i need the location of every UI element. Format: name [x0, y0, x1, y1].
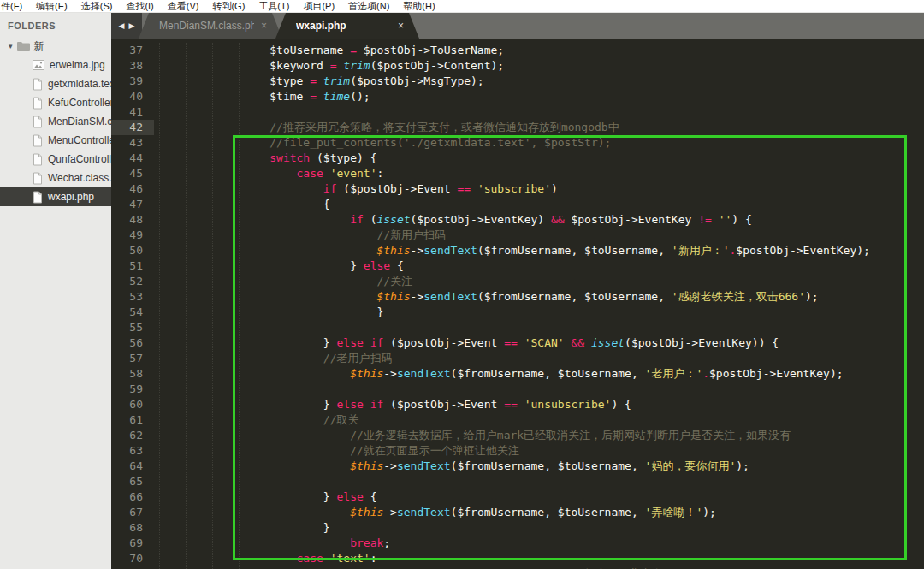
code-line[interactable]: 46 if ($postObj->Event == 'subscribe') — [111, 181, 924, 197]
code-line[interactable]: 64 $this->sendText($fromUsername, $toUse… — [111, 459, 924, 474]
code-line[interactable]: 67 $this->sendText($fromUsername, $toUse… — [111, 505, 924, 520]
code-token: && — [551, 213, 565, 226]
line-number[interactable]: 52 — [111, 274, 154, 289]
code-line[interactable]: 69 break; — [111, 536, 924, 551]
code-line[interactable]: 57 //老用户扫码 — [111, 351, 924, 366]
line-number[interactable]: 63 — [111, 443, 154, 459]
code-line[interactable]: 39 $type = trim($postObj->MsgType); — [111, 74, 924, 89]
line-number[interactable]: 45 — [111, 166, 154, 181]
menu-item[interactable]: 件(F) — [0, 0, 29, 13]
code-line[interactable]: 60 } else if ($postObj->Event == 'unsubs… — [111, 397, 924, 412]
code-token: && — [571, 336, 584, 349]
menu-item[interactable]: 查找(I) — [119, 0, 160, 13]
tab-wxapi.php[interactable]: wxapi.php× — [275, 13, 419, 39]
line-number[interactable]: 37 — [111, 43, 154, 58]
line-number[interactable]: 64 — [111, 459, 154, 474]
line-number[interactable]: 43 — [111, 135, 154, 151]
line-number[interactable]: 55 — [111, 320, 154, 335]
code-line[interactable]: 63 //就在页面显示一个弹框让他关注 — [111, 443, 924, 459]
line-number[interactable]: 51 — [111, 258, 154, 274]
code-line[interactable]: 37 $toUsername = $postObj->ToUserName; — [111, 43, 924, 58]
code-line[interactable]: 43 //file_put_contents('./getxmldata.tex… — [111, 135, 924, 151]
menu-item[interactable]: 帮助(H) — [396, 0, 441, 13]
code-line[interactable]: 54 } — [111, 305, 924, 320]
code-line[interactable]: 62 //业务逻辑去数据库，给用户mark已经取消关注，后期网站判断用户是否关注… — [111, 428, 924, 443]
line-number[interactable]: 38 — [111, 58, 154, 74]
sidebar-item-KefuController.class.php[interactable]: KefuController.class.php — [0, 93, 111, 112]
sidebar-item-wxapi.php[interactable]: wxapi.php — [0, 187, 111, 206]
code-line[interactable]: 52 //关注 — [111, 274, 924, 289]
line-number[interactable]: 58 — [111, 366, 154, 382]
line-number[interactable]: 57 — [111, 351, 154, 366]
line-number[interactable]: 69 — [111, 536, 154, 551]
code-line[interactable]: 58 $this->sendText($fromUsername, $toUse… — [111, 366, 924, 382]
menu-item[interactable]: 工具(T) — [252, 0, 296, 13]
menu-item[interactable]: 转到(G) — [205, 0, 252, 13]
code-line[interactable]: 45 case 'event': — [111, 166, 924, 181]
forward-icon[interactable]: ▶ — [129, 21, 135, 30]
code-line[interactable]: 66 } else { — [111, 489, 924, 505]
menu-item[interactable]: 项目(P) — [296, 0, 341, 13]
line-number[interactable]: 53 — [111, 289, 154, 305]
line-number[interactable]: 67 — [111, 505, 154, 520]
code-line[interactable]: 47 { — [111, 197, 924, 212]
line-number[interactable]: 41 — [111, 104, 154, 120]
sidebar-item-QunfaController.class.php[interactable]: QunfaController.class.php — [0, 150, 111, 169]
code-line[interactable]: 44 switch ($type) { — [111, 151, 924, 166]
code-line[interactable]: 42 //推荐采用冗余策略，将支付宝支付，或者微信通知存放到mongodb中 — [111, 120, 924, 135]
line-number[interactable]: 65 — [111, 474, 154, 489]
folder-row[interactable]: ▾ 新 — [0, 37, 111, 56]
code-line[interactable]: 65 — [111, 474, 924, 489]
code-lines: 37 $toUsername = $postObj->ToUserName;38… — [111, 43, 924, 569]
code-line[interactable]: 51 } else { — [111, 258, 924, 274]
line-number[interactable]: 39 — [111, 74, 154, 89]
code-line[interactable]: 70 case 'text': — [111, 551, 924, 566]
line-number[interactable]: 61 — [111, 412, 154, 428]
code-token: case — [297, 167, 323, 180]
line-number[interactable]: 62 — [111, 428, 154, 443]
code-line[interactable]: 49 //新用户扫码 — [111, 228, 924, 243]
code-line[interactable]: 59 — [111, 382, 924, 397]
code-token: ); — [805, 290, 819, 303]
menu-item[interactable]: 编辑(E) — [29, 0, 74, 13]
line-number[interactable]: 59 — [111, 382, 154, 397]
code-line[interactable]: 38 $keyword = trim($postObj->Content); — [111, 58, 924, 74]
line-number[interactable]: 47 — [111, 197, 154, 212]
menu-item[interactable]: 选择(S) — [74, 0, 120, 13]
line-number[interactable]: 40 — [111, 89, 154, 104]
line-number[interactable]: 54 — [111, 305, 154, 320]
close-icon[interactable]: × — [254, 20, 267, 32]
sidebar-item-MenDianSM.class.php[interactable]: MenDianSM.class.php — [0, 112, 111, 131]
line-number[interactable]: 66 — [111, 489, 154, 505]
menu-item[interactable]: 首选项(N) — [341, 0, 396, 13]
tab-MenDianSM.class.php[interactable]: MenDianSM.class.php× — [139, 13, 282, 39]
line-number[interactable]: 48 — [111, 212, 154, 228]
line-number[interactable]: 49 — [111, 228, 154, 243]
code-line[interactable]: 56 } else if ($postObj->Event == 'SCAN' … — [111, 335, 924, 351]
code-line[interactable]: 40 $time = time(); — [111, 89, 924, 104]
line-number[interactable]: 60 — [111, 397, 154, 412]
code-area[interactable]: 37 $toUsername = $postObj->ToUserName;38… — [111, 39, 924, 569]
line-number[interactable]: 46 — [111, 181, 154, 197]
sidebar-item-MenuController.class.php[interactable]: MenuController.class.php — [0, 131, 111, 150]
menu-item[interactable]: 查看(V) — [161, 0, 206, 13]
sidebar-item-Wechat.class.php[interactable]: Wechat.class.php — [0, 169, 111, 187]
code-line[interactable]: 61 //取关 — [111, 412, 924, 428]
back-icon[interactable]: ◀ — [119, 21, 125, 30]
folders-header: FOLDERS — [0, 13, 111, 37]
close-icon[interactable]: × — [391, 20, 404, 32]
code-line[interactable]: 68 } — [111, 520, 924, 536]
sidebar-item-erweima.jpg[interactable]: erweima.jpg — [0, 56, 111, 74]
code-line[interactable]: 55 — [111, 320, 924, 335]
code-line[interactable]: 48 if (isset($postObj->EventKey) && $pos… — [111, 212, 924, 228]
line-number[interactable]: 44 — [111, 151, 154, 166]
code-line[interactable]: 41 — [111, 104, 924, 120]
code-line[interactable]: 53 $this->sendText($fromUsername, $toUse… — [111, 289, 924, 305]
line-number[interactable]: 68 — [111, 520, 154, 536]
line-number[interactable]: 56 — [111, 335, 154, 351]
line-number[interactable]: 42 — [111, 120, 154, 135]
sidebar-item-getxmldata.text[interactable]: getxmldata.text — [0, 74, 111, 93]
line-number[interactable]: 70 — [111, 551, 154, 566]
code-line[interactable]: 50 $this->sendText($fromUsername, $toUse… — [111, 243, 924, 258]
line-number[interactable]: 50 — [111, 243, 154, 258]
